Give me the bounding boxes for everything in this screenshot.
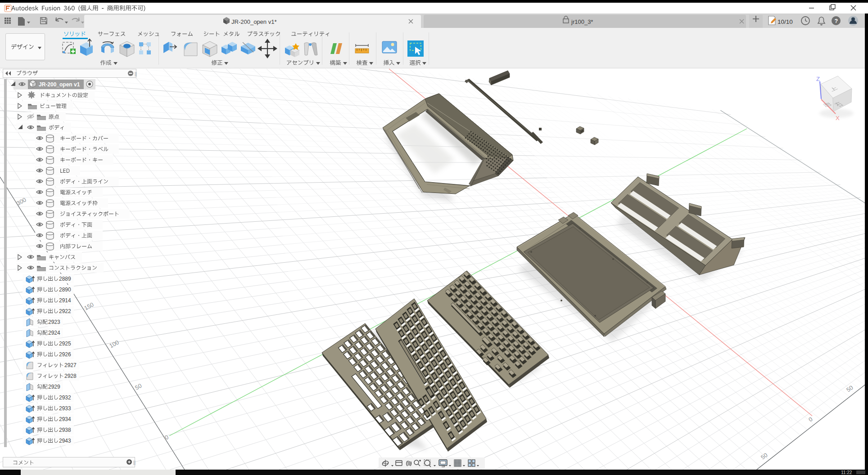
svg-text:X: X (836, 115, 840, 121)
svg-text:Z: Z (816, 76, 820, 82)
